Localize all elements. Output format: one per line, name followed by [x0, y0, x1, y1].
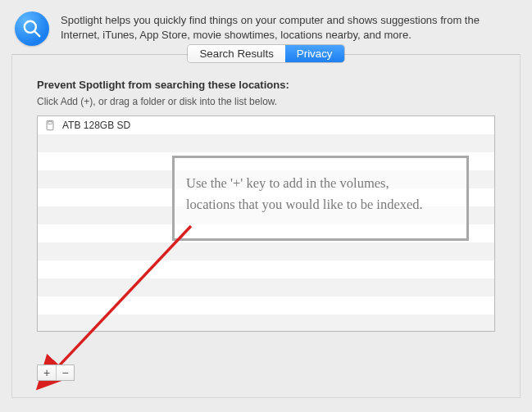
tab-privacy[interactable]: Privacy	[285, 45, 344, 62]
exclusion-list[interactable]: ATB 128GB SD Use the '+' key to add in t…	[37, 115, 495, 332]
svg-line-1	[34, 31, 39, 36]
svg-rect-3	[48, 122, 52, 125]
tab-control: Search Results Privacy	[188, 45, 343, 62]
list-item[interactable]: ATB 128GB SD	[38, 116, 494, 134]
spotlight-icon	[15, 11, 49, 46]
annotation-line2: locations that you would like to be inde…	[186, 194, 455, 215]
annotation-line1: Use the '+' key to add in the volumes,	[186, 173, 455, 194]
privacy-title: Prevent Spotlight from searching these l…	[37, 79, 495, 91]
annotation-callout: Use the '+' key to add in the volumes, l…	[172, 156, 469, 241]
add-button[interactable]: +	[38, 365, 56, 380]
remove-button[interactable]: −	[56, 365, 74, 380]
tab-search-results[interactable]: Search Results	[188, 45, 284, 62]
drive-icon	[44, 120, 56, 131]
svg-rect-2	[47, 120, 53, 129]
privacy-panel: Search Results Privacy Prevent Spotlight…	[11, 54, 521, 398]
privacy-subtitle: Click Add (+), or drag a folder or disk …	[37, 96, 495, 107]
add-remove-bar: + −	[37, 364, 75, 381]
header-description: Spotlight helps you quickly find things …	[61, 11, 517, 42]
list-item-label: ATB 128GB SD	[62, 120, 130, 131]
